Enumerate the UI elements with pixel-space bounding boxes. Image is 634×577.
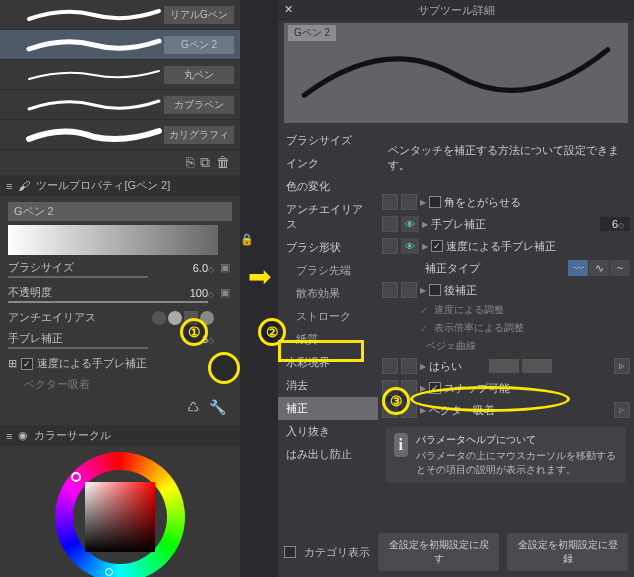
speed-stabilize-checkbox[interactable]: ✓ xyxy=(21,358,33,370)
hue-marker[interactable] xyxy=(71,472,81,482)
speed-stabilize-checkbox[interactable]: ✓ xyxy=(431,240,443,252)
link-icon[interactable]: ▣ xyxy=(218,286,232,299)
vector-snap-row: ベクター吸着 xyxy=(8,374,232,395)
subtool-detail-title: ✕ サブツール詳細 xyxy=(278,0,634,21)
sub-zoom: 表示倍率による調整 xyxy=(434,321,524,335)
speed-stabilize-row[interactable]: ⊞ ✓ 速度による手ブレ補正 xyxy=(8,353,232,374)
color-wheel[interactable] xyxy=(55,452,185,577)
cat-erase[interactable]: 消去 xyxy=(278,374,378,397)
category-show-label: カテゴリ表示 xyxy=(304,545,370,560)
info-icon: i xyxy=(394,433,408,457)
wrench-icon[interactable]: 🔧 xyxy=(209,399,226,415)
color-circle-icon: ◉ xyxy=(18,429,28,442)
cat-border[interactable]: 水彩境界 xyxy=(278,351,378,374)
reset-all-button[interactable]: 全設定を初期設定に戻す xyxy=(378,533,499,571)
brush-item[interactable]: カブラペン xyxy=(0,90,240,120)
annotation-2: ② xyxy=(258,318,286,346)
brush-item[interactable]: 丸ペン xyxy=(0,60,240,90)
color-circle-title: カラーサークル xyxy=(34,428,111,443)
brush-item[interactable]: リアルGペン xyxy=(0,0,240,30)
param-help-box: i パラメータヘルプについて パラメータの上にマウスカーソルを移動するとその項目… xyxy=(386,427,626,483)
brush-size-row[interactable]: ブラシサイズ 6.0◇ ▣ xyxy=(8,257,232,278)
cat-color-change[interactable]: 色の変化 xyxy=(278,175,378,198)
cat-scatter[interactable]: 散布効果 xyxy=(278,282,378,305)
cat-paper[interactable]: 紙質 xyxy=(278,328,378,351)
brush-list: リアルGペン Gペン 2 丸ペン カブラペン カリグラフィ xyxy=(0,0,240,150)
menu-icon[interactable]: ≡ xyxy=(6,430,12,442)
category-show-checkbox[interactable] xyxy=(284,546,296,558)
brush-off-row[interactable]: ▶ はらい ▹ xyxy=(382,355,630,377)
cat-overflow[interactable]: はみ出し防止 xyxy=(278,443,378,466)
menu-icon[interactable]: ≡ xyxy=(6,180,12,192)
cat-correction[interactable]: 補正 xyxy=(278,397,378,420)
cat-in-out[interactable]: 入り抜き xyxy=(278,420,378,443)
sub-bezier: ベジェ曲線 xyxy=(426,339,476,353)
annotation-3: ③ xyxy=(382,387,410,415)
help-text: ペンタッチを補正する方法について設定できます。 xyxy=(382,131,630,191)
speed-stabilize-label: 速度による手ブレ補正 xyxy=(37,356,147,371)
register-all-button[interactable]: 全設定を初期設定に登録 xyxy=(507,533,628,571)
speed-stabilize-row[interactable]: 👁▶ ✓ 速度による手ブレ補正 xyxy=(382,235,630,257)
annotation-wrench-circle xyxy=(208,352,240,384)
stabilize-row[interactable]: 👁▶ 手ブレ補正 6◇ xyxy=(382,213,630,235)
link-icon[interactable]: ▣ xyxy=(218,261,232,274)
sharp-corner-row[interactable]: ▶ 角をとがらせる xyxy=(382,191,630,213)
vector-snap-row[interactable]: ▶ ベクター吸着 ▹ xyxy=(382,399,630,421)
sv-picker[interactable] xyxy=(85,482,155,552)
post-correct-row[interactable]: ▶ 後補正 xyxy=(382,279,630,301)
brush-size-label: ブラシサイズ xyxy=(8,260,160,275)
sv-marker[interactable] xyxy=(105,568,113,576)
cat-ink[interactable]: インク xyxy=(278,152,378,175)
duplicate-icon[interactable]: ⧉ xyxy=(200,154,210,171)
expand-icon[interactable]: ⊞ xyxy=(8,357,17,370)
eye-icon[interactable]: 👁 xyxy=(401,216,419,232)
reset-icon[interactable]: ♺ xyxy=(187,399,200,415)
sub-speed: 速度による調整 xyxy=(434,303,504,317)
lock-icon[interactable]: 🔒 xyxy=(240,233,254,246)
brush-item[interactable]: カリグラフィ xyxy=(0,120,240,150)
type-btn-1[interactable]: 〰 xyxy=(568,260,588,276)
close-icon[interactable]: ✕ xyxy=(284,3,293,16)
brush-item-selected[interactable]: Gペン 2 xyxy=(0,30,240,60)
snap-row[interactable]: ▶ ✓ スナップ可能 xyxy=(382,377,630,399)
param-help-body: パラメータの上にマウスカーソルを移動するとその項目の説明が表示されます。 xyxy=(416,449,619,477)
stabilize-label: 手ブレ補正 xyxy=(8,331,160,346)
tool-property-title: ツールプロパティ[Gペン 2] xyxy=(36,178,170,193)
brush-icon: 🖌 xyxy=(18,179,30,193)
param-help-title: パラメータヘルプについて xyxy=(416,433,619,447)
cat-brush-size[interactable]: ブラシサイズ xyxy=(278,129,378,152)
vector-snap-label: ベクター吸着 xyxy=(8,377,90,392)
opacity-row[interactable]: 不透明度 100◇ ▣ xyxy=(8,282,232,303)
delete-icon[interactable]: 🗑 xyxy=(216,154,230,171)
settings-area: ペンタッチを補正する方法について設定できます。 ▶ 角をとがらせる 👁▶ 手ブレ… xyxy=(378,129,634,491)
cat-stroke[interactable]: ストローク xyxy=(278,305,378,328)
brush-preview-gradient xyxy=(8,225,218,255)
antialias-label: アンチエイリアス xyxy=(8,310,148,325)
annotation-1: ① xyxy=(180,318,208,346)
stabilize-type-row[interactable]: 補正タイプ 〰 ∿ ~ xyxy=(382,257,630,279)
brush-name-bar: Gペン 2 xyxy=(8,202,232,221)
cat-brush-tip[interactable]: ブラシ先端 xyxy=(278,259,378,282)
cat-brush-shape[interactable]: ブラシ形状 xyxy=(278,236,378,259)
color-circle-header: ≡ ◉ カラーサークル xyxy=(0,425,240,446)
eye-icon[interactable]: 👁 xyxy=(401,238,419,254)
sharp-corner-checkbox[interactable] xyxy=(429,196,441,208)
preview-label: Gペン 2 xyxy=(288,25,336,41)
post-correct-checkbox[interactable] xyxy=(429,284,441,296)
arrow-annotation: ➡ xyxy=(240,260,278,293)
expand-icon[interactable]: ▹ xyxy=(614,402,630,418)
category-list: ブラシサイズ インク 色の変化 アンチエイリアス ブラシ形状 ブラシ先端 散布効… xyxy=(278,129,378,491)
tool-property-header: ≡ 🖌 ツールプロパティ[Gペン 2] xyxy=(0,175,240,196)
type-btn-3[interactable]: ~ xyxy=(610,260,630,276)
new-subtool-icon[interactable]: ⎘ xyxy=(186,154,194,171)
type-btn-2[interactable]: ∿ xyxy=(589,260,609,276)
expand-icon[interactable]: ▹ xyxy=(614,358,630,374)
cat-antialias[interactable]: アンチエイリアス xyxy=(278,198,378,236)
brush-preview: Gペン 2 xyxy=(284,23,628,123)
snap-checkbox[interactable]: ✓ xyxy=(429,382,441,394)
opacity-label: 不透明度 xyxy=(8,285,160,300)
